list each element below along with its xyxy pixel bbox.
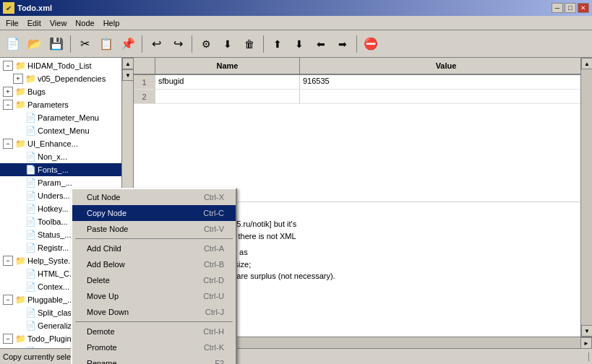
cut-node-label: Cut Node — [87, 193, 120, 202]
right-scroll-track[interactable] — [581, 69, 592, 325]
demote-item[interactable]: Demote Ctrl-H — [72, 324, 236, 339]
expander-hidam[interactable]: − — [3, 61, 13, 71]
doc-icon-param2: 📄 — [25, 177, 36, 188]
rename-item[interactable]: Rename F2 — [72, 355, 236, 364]
maximize-button[interactable]: □ — [565, 3, 576, 13]
tree-item-hidam[interactable]: − 📁 HIDAM_Todo_List — [0, 59, 121, 72]
menu-help[interactable]: Help — [99, 17, 124, 29]
menu-node[interactable]: Node — [71, 17, 98, 29]
doc-icon-fonts: 📄 — [25, 164, 36, 176]
toolbar-sep-5 — [356, 35, 357, 53]
expander-ui-enhance[interactable]: − — [3, 139, 13, 149]
scroll-down-arrow[interactable]: ▼ — [122, 69, 134, 81]
move-up-item[interactable]: Move Up Ctrl-U — [72, 288, 236, 304]
toolbar-sep-1 — [70, 35, 71, 53]
table-header: Name Value — [134, 58, 592, 75]
ctx-sep-1 — [75, 238, 233, 239]
cut-button[interactable]: ✂ — [74, 34, 95, 54]
action2-button[interactable]: ⬇ — [218, 34, 238, 54]
add-below-shortcut: Ctrl-B — [204, 260, 224, 269]
expander-help-sys[interactable]: − — [3, 256, 13, 266]
add-child-label: Add Child — [87, 244, 121, 253]
add-below-item[interactable]: Add Below Ctrl-B — [72, 256, 236, 272]
expander-bugs[interactable]: + — [3, 87, 13, 97]
right-button[interactable]: ➡ — [333, 34, 353, 54]
right-scroll-up[interactable]: ▲ — [581, 58, 592, 69]
right-scrollbar[interactable]: ▲ ▼ — [580, 58, 592, 337]
delete-item[interactable]: Delete Ctrl-D — [72, 272, 236, 288]
up-button[interactable]: ⬆ — [267, 34, 288, 54]
expander-v05[interactable]: + — [13, 74, 23, 84]
copy-node-item[interactable]: Copy Node Ctrl-C — [72, 205, 236, 221]
context-menu: Cut Node Ctrl-X Copy Node Ctrl-C Paste N… — [71, 188, 237, 364]
td-name-2[interactable] — [155, 90, 300, 103]
tree-label-pluggable: Pluggable_... — [27, 295, 74, 304]
tree-item-context-menu[interactable]: 📄 Context_Menu — [0, 124, 121, 137]
add-child-item[interactable]: Add Child Ctrl-A — [72, 240, 236, 256]
expander-todo-plugin[interactable]: − — [3, 334, 13, 344]
th-value: Value — [300, 58, 592, 74]
promote-label: Promote — [87, 343, 117, 352]
doc-icon-param-menu: 📄 — [25, 112, 36, 124]
th-name: Name — [155, 58, 300, 74]
tree-item-non-x[interactable]: 📄 Non_x... — [0, 150, 121, 163]
td-name-1[interactable]: sfbugid — [155, 75, 300, 89]
action1-button[interactable]: ⚙ — [196, 34, 216, 54]
close-button[interactable]: ✕ — [578, 3, 589, 13]
open-button[interactable]: 📂 — [25, 34, 45, 54]
tree-label-fonts: Fonts_... — [38, 165, 69, 174]
demote-shortcut: Ctrl-H — [203, 327, 224, 336]
add-below-label: Add Below — [87, 260, 125, 269]
redo-button[interactable]: ↪ — [168, 34, 188, 54]
doc-icon-toolbar: 📄 — [25, 216, 36, 228]
menu-edit[interactable]: Edit — [23, 17, 46, 29]
rename-label: Rename — [87, 359, 117, 364]
tree-item-bugs[interactable]: + 📁 Bugs — [0, 85, 121, 98]
left-button[interactable]: ⬅ — [311, 34, 331, 54]
tree-label-parameters: Parameters — [27, 100, 69, 109]
tree-item-parameters[interactable]: − 📁 Parameters — [0, 98, 121, 111]
td-value-1[interactable]: 916535 — [300, 75, 592, 89]
help-button[interactable]: ⛔ — [361, 34, 381, 54]
save-button[interactable]: 💾 — [46, 34, 67, 54]
scroll-up-arrow[interactable]: ▲ — [122, 58, 134, 69]
paste-button[interactable]: 📌 — [118, 34, 138, 54]
undo-button[interactable]: ↩ — [146, 34, 166, 54]
cut-node-item[interactable]: Cut Node Ctrl-X — [72, 189, 236, 205]
demote-label: Demote — [87, 327, 115, 336]
menu-view[interactable]: View — [46, 17, 72, 29]
minimize-button[interactable]: ─ — [552, 3, 563, 13]
scroll-right-arrow[interactable]: ► — [580, 337, 592, 348]
tree-label-hotkey: Hotkey... — [38, 204, 69, 213]
promote-item[interactable]: Promote Ctrl-K — [72, 339, 236, 355]
menu-bar: File Edit View Node Help — [0, 16, 592, 30]
doc-icon-hotkey: 📄 — [25, 203, 36, 214]
table-row-2[interactable]: 2 — [134, 90, 592, 104]
tree-item-ui-enhance[interactable]: − 📁 UI_Enhance... — [0, 137, 121, 150]
delete-button[interactable]: 🗑 — [239, 34, 259, 54]
tree-item-param-menu[interactable]: 📄 Parameter_Menu — [0, 111, 121, 124]
expander-registr — [13, 243, 23, 253]
main-area: − 📁 HIDAM_Todo_List + 📁 v05_Dependencies… — [0, 58, 592, 348]
paste-node-shortcut: Ctrl-V — [204, 225, 224, 233]
new-button[interactable]: 📄 — [3, 34, 23, 54]
paste-node-item[interactable]: Paste Node Ctrl-V — [72, 221, 236, 237]
expander-parameters[interactable]: − — [3, 100, 13, 110]
down-button[interactable]: ⬇ — [289, 34, 309, 54]
menu-file[interactable]: File — [1, 17, 23, 29]
right-scroll-down[interactable]: ▼ — [581, 325, 592, 337]
folder-icon-help-sys: 📁 — [14, 255, 26, 266]
expander-non-x — [13, 152, 23, 162]
cut-node-shortcut: Ctrl-X — [204, 193, 224, 202]
move-down-item[interactable]: Move Down Ctrl-J — [72, 304, 236, 320]
title-bar-left: ✔ Todo.xml — [3, 2, 52, 14]
tree-item-v05[interactable]: + 📁 v05_Dependencies — [0, 72, 121, 85]
expander-pluggable[interactable]: − — [3, 295, 13, 305]
expander-split-classes — [13, 308, 23, 318]
copy-button[interactable]: 📋 — [96, 34, 116, 54]
table-row[interactable]: 1 sfbugid 916535 — [134, 75, 592, 90]
tree-item-fonts[interactable]: 📄 Fonts_... — [0, 163, 121, 176]
expander-unders — [13, 191, 23, 201]
td-rownum-2: 2 — [134, 90, 155, 103]
td-value-2[interactable] — [300, 90, 592, 103]
